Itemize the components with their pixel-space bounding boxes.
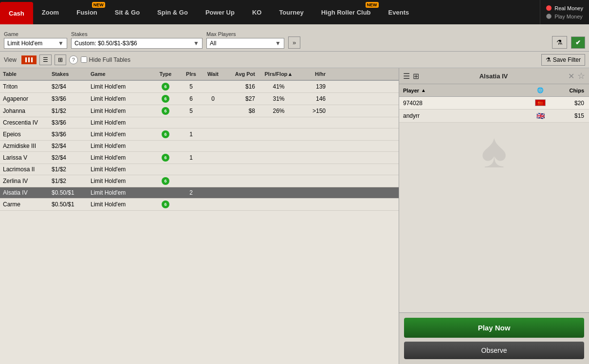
td-plrs <box>180 180 202 182</box>
table-row[interactable]: Zerlina IV $1/$2 Limit Hold'em 6 <box>0 175 399 187</box>
play-money-option[interactable]: Play Money <box>546 14 583 19</box>
hide-full-tables-checkbox[interactable] <box>81 56 87 63</box>
td-plrs: 1 <box>180 153 202 162</box>
right-table-row[interactable]: 974028 🇨🇳 $20 <box>399 97 589 109</box>
table-row[interactable]: Johanna $1/$2 Limit Hold'em 6 5 $8 26% >… <box>0 105 399 117</box>
filter-icon-button[interactable]: ⚗ <box>552 36 567 49</box>
td-wait <box>202 86 224 88</box>
td-wait <box>202 168 224 170</box>
td-stakes: $3/$6 <box>49 130 88 139</box>
td-settings <box>329 168 342 170</box>
nav-item-high-roller[interactable]: High Roller Club NEW <box>313 0 380 24</box>
info-button[interactable]: ? <box>69 55 78 64</box>
td-table: Epeios <box>0 130 49 139</box>
td-game: Limit Hold'em <box>88 82 151 91</box>
td-wait <box>202 122 224 124</box>
td-hhr: >150 <box>299 107 329 115</box>
td-type: 6 <box>151 176 180 186</box>
td-settings <box>329 192 342 194</box>
table-list: Table Stakes Game Type Plrs Wait Avg Pot… <box>0 68 399 364</box>
nav-item-ko[interactable]: KO <box>243 0 271 24</box>
view-grid-button[interactable]: ⊞ <box>55 55 66 65</box>
table-row[interactable]: Azmidiske III $2/$4 Limit Hold'em <box>0 141 399 152</box>
view-list-button[interactable]: ☰ <box>39 55 52 65</box>
td-game: Limit Hold'em <box>88 177 151 185</box>
play-now-button[interactable]: Play Now <box>404 318 584 338</box>
stakes-filter-label: Stakes <box>71 31 202 37</box>
td-game: Limit Hold'em <box>88 94 151 103</box>
max-players-select[interactable]: All ▼ <box>206 38 284 49</box>
nav-item-power-up[interactable]: Power Up <box>197 0 243 24</box>
th-plrs[interactable]: Plrs <box>180 70 202 78</box>
star-icon[interactable]: ☆ <box>577 71 585 81</box>
nav-item-spin-go[interactable]: Spin & Go <box>148 0 197 24</box>
td-table: Carme <box>0 200 49 209</box>
td-plrs: 5 <box>180 107 202 115</box>
table-row[interactable]: Lacrimosa II $1/$2 Limit Hold'em <box>0 164 399 175</box>
td-stakes: $2/$4 <box>49 142 88 150</box>
th-hhr[interactable]: H/hr <box>299 70 329 78</box>
right-panel: ☰ ⊞ Alsatia IV ✕ ☆ Player ▲ 🌐 Chips 9740… <box>399 68 589 364</box>
td-wait <box>202 133 224 135</box>
hide-full-tables-label[interactable]: Hide Full Tables <box>81 56 130 63</box>
td-wait: 0 <box>202 94 224 103</box>
real-money-option[interactable]: Real Money <box>546 5 583 11</box>
observe-button[interactable]: Observe <box>404 342 584 359</box>
right-panel-header: ☰ ⊞ Alsatia IV ✕ ☆ <box>399 68 589 84</box>
view-row: View ☰ ⊞ ? Hide Full Tables ⚗ Save Filte… <box>0 52 589 68</box>
table-row[interactable]: Triton $2/$4 Limit Hold'em 6 5 $16 41% 1… <box>0 81 399 93</box>
table-view-icon[interactable]: ☰ <box>403 72 410 81</box>
nav-item-tourney[interactable]: Tourney <box>270 0 312 24</box>
td-plrsflop <box>258 157 299 159</box>
th-game[interactable]: Game <box>88 70 151 78</box>
th-avgpot[interactable]: Avg Pot <box>224 70 258 78</box>
td-avgpot <box>224 122 258 124</box>
td-settings <box>329 180 342 182</box>
table-row[interactable]: Alsatia IV $0.50/$1 Limit Hold'em 2 <box>0 187 399 199</box>
td-plrs: 6 <box>180 94 202 103</box>
max-players-label: Max Players <box>206 31 284 37</box>
table-row[interactable]: Agapenor $3/$6 Limit Hold'em 6 6 0 $27 3… <box>0 93 399 105</box>
rth-player[interactable]: Player ▲ <box>399 86 531 95</box>
view-compact-button[interactable] <box>21 55 37 64</box>
table-list-header: Table Stakes Game Type Plrs Wait Avg Pot… <box>0 68 399 81</box>
td-settings <box>329 203 342 205</box>
td-settings <box>329 86 342 88</box>
table-row[interactable]: Carme $0.50/$1 Limit Hold'em 6 <box>0 199 399 211</box>
th-stakes[interactable]: Stakes <box>49 70 88 78</box>
right-table-row[interactable]: andyrr 🇬🇧 $15 <box>399 109 589 123</box>
th-wait[interactable]: Wait <box>202 70 224 78</box>
more-filters-button[interactable]: » <box>288 36 300 49</box>
th-plrsflop[interactable]: Plrs/Flop▲ <box>258 70 299 78</box>
nav-item-sit-go[interactable]: Sit & Go <box>106 0 148 24</box>
table-row[interactable]: Crescentia IV $3/$6 Limit Hold'em <box>0 117 399 128</box>
nav-item-fusion[interactable]: Fusion NEW <box>68 0 106 24</box>
td-plrsflop <box>258 168 299 170</box>
game-filter-select[interactable]: Limit Hold'em ▼ <box>4 38 67 49</box>
real-money-indicator <box>546 5 552 11</box>
td-plrsflop <box>258 133 299 135</box>
td-game: Limit Hold'em <box>88 188 151 197</box>
td-plrs <box>180 168 202 170</box>
td-game: Limit Hold'em <box>88 200 151 209</box>
td-hhr <box>299 145 329 147</box>
checkmark-button[interactable]: ✔ <box>571 36 585 49</box>
right-table-header: Player ▲ 🌐 Chips <box>399 84 589 97</box>
seat-view-icon[interactable]: ⊞ <box>413 72 419 81</box>
td-settings <box>329 145 342 147</box>
table-row[interactable]: Larissa V $2/$4 Limit Hold'em 6 1 <box>0 152 399 164</box>
fusion-badge: NEW <box>92 2 105 8</box>
nav-item-events[interactable]: Events <box>380 0 418 24</box>
table-row[interactable]: Epeios $3/$6 Limit Hold'em 6 1 <box>0 128 399 141</box>
th-type[interactable]: Type <box>151 70 180 78</box>
close-panel-icon[interactable]: ✕ <box>568 72 574 81</box>
td-plrsflop: 41% <box>258 82 299 91</box>
nav-item-zoom[interactable]: Zoom <box>33 0 68 24</box>
nav-item-cash[interactable]: Cash <box>0 2 33 24</box>
td-plrsflop <box>258 192 299 194</box>
th-settings <box>329 73 342 75</box>
save-filter-button[interactable]: ⚗ Save Filter <box>541 54 585 66</box>
stakes-filter-select[interactable]: Custom: $0.50/$1-$3/$6 ▼ <box>71 38 202 49</box>
th-table[interactable]: Table <box>0 70 49 78</box>
td-plrsflop <box>258 145 299 147</box>
